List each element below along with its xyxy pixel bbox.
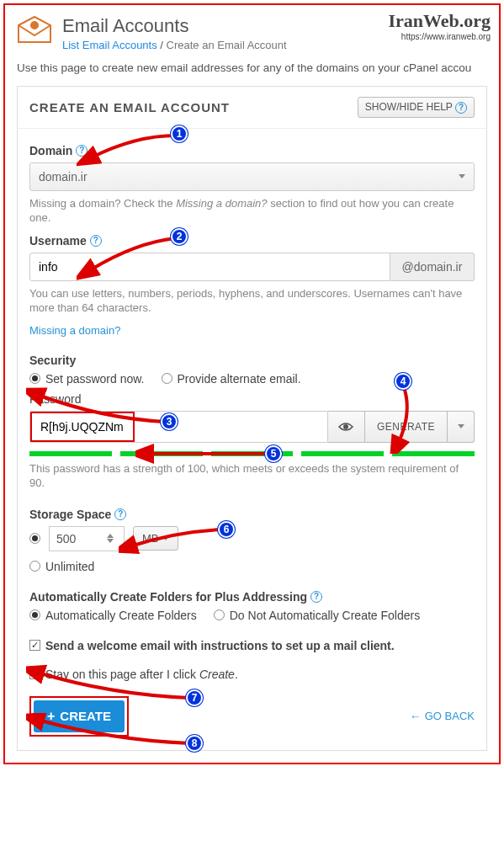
breadcrumb: List Email Accounts / Create an Email Ac… bbox=[62, 39, 287, 51]
radio-storage-unlimited[interactable]: Unlimited bbox=[29, 560, 475, 573]
radio-icon bbox=[29, 373, 40, 384]
domain-value: domain.ir bbox=[39, 170, 88, 184]
watermark: IranWeb.org https://www.iranweb.org bbox=[388, 10, 491, 41]
page-title: Email Accounts bbox=[62, 15, 287, 37]
username-label: Username bbox=[29, 234, 87, 247]
help-icon[interactable]: ? bbox=[114, 508, 126, 520]
annotation-badge-4: 4 bbox=[395, 373, 411, 390]
show-hide-help-button[interactable]: SHOW/HIDE HELP ? bbox=[358, 97, 475, 118]
radio-storage-custom[interactable] bbox=[29, 533, 40, 544]
chevron-down-icon bbox=[458, 424, 464, 428]
help-icon[interactable]: ? bbox=[76, 145, 88, 157]
password-strength-msg: This password has a strength of 100, whi… bbox=[29, 461, 475, 491]
username-domain-suffix: @domain.ir bbox=[390, 253, 475, 281]
checkbox-stay-on-page[interactable]: Stay on this page after I click Create. bbox=[29, 668, 475, 681]
watermark-title: IranWeb.org bbox=[388, 10, 491, 32]
annotation-badge-7: 7 bbox=[186, 689, 203, 706]
svg-point-0 bbox=[30, 21, 39, 29]
annotation-badge-3: 3 bbox=[161, 413, 178, 430]
radio-password-now[interactable]: Set password now. bbox=[29, 372, 145, 386]
page-description: Use this page to create new email addres… bbox=[5, 58, 499, 86]
stepper-icon[interactable] bbox=[107, 534, 117, 543]
plus-icon: + bbox=[47, 709, 55, 724]
password-field-wrap bbox=[29, 411, 328, 443]
create-highlight-box: + CREATE bbox=[29, 696, 129, 737]
breadcrumb-current: Create an Email Account bbox=[167, 39, 287, 51]
annotation-badge-5: 5 bbox=[265, 445, 282, 462]
annotation-badge-2: 2 bbox=[171, 228, 188, 245]
radio-icon bbox=[214, 609, 225, 620]
radio-no-auto-create[interactable]: Do Not Automatically Create Folders bbox=[214, 609, 420, 622]
security-label: Security bbox=[29, 354, 76, 367]
create-button[interactable]: + CREATE bbox=[34, 700, 125, 732]
password-strength-bar bbox=[29, 451, 475, 456]
generate-password-dropdown[interactable] bbox=[448, 411, 475, 443]
chevron-down-icon bbox=[162, 536, 169, 540]
storage-label: Storage Space bbox=[29, 508, 111, 521]
folders-label: Automatically Create Folders for Plus Ad… bbox=[29, 590, 307, 604]
missing-domain-link[interactable]: Missing a domain? bbox=[29, 324, 475, 337]
annotation-badge-6: 6 bbox=[218, 521, 235, 538]
arrow-left-icon: ← bbox=[410, 710, 422, 723]
password-label: Password bbox=[29, 392, 81, 406]
username-input[interactable] bbox=[29, 253, 390, 281]
username-helper: You can use letters, numbers, periods, h… bbox=[29, 286, 475, 316]
svg-point-1 bbox=[343, 424, 348, 429]
storage-unit-select[interactable]: MB bbox=[133, 526, 178, 551]
annotation-badge-8: 8 bbox=[186, 735, 203, 752]
checkbox-welcome-email[interactable]: Send a welcome email with instructions t… bbox=[29, 639, 475, 652]
help-icon: ? bbox=[455, 102, 467, 114]
create-panel: CREATE AN EMAIL ACCOUNT SHOW/HIDE HELP ?… bbox=[17, 86, 487, 751]
toggle-password-visibility-button[interactable] bbox=[328, 411, 365, 443]
radio-alternate-email[interactable]: Provide alternate email. bbox=[162, 372, 301, 386]
domain-helper: Missing a domain? Check the Missing a do… bbox=[29, 196, 475, 226]
email-accounts-icon bbox=[17, 15, 52, 46]
password-input[interactable] bbox=[32, 413, 133, 440]
chevron-down-icon bbox=[459, 174, 465, 178]
radio-auto-create[interactable]: Automatically Create Folders bbox=[29, 609, 197, 622]
password-highlight-box bbox=[30, 412, 135, 442]
eye-icon bbox=[338, 422, 353, 432]
help-icon[interactable]: ? bbox=[310, 591, 322, 603]
radio-icon bbox=[162, 373, 172, 384]
domain-label: Domain bbox=[29, 144, 72, 157]
help-icon[interactable]: ? bbox=[90, 235, 102, 247]
go-back-link[interactable]: ← GO BACK bbox=[410, 710, 475, 723]
domain-select[interactable]: domain.ir bbox=[29, 162, 475, 191]
panel-title: CREATE AN EMAIL ACCOUNT bbox=[29, 100, 230, 114]
radio-icon bbox=[29, 561, 40, 572]
storage-value-input[interactable]: 500 bbox=[49, 526, 125, 551]
checkbox-icon bbox=[29, 640, 40, 651]
watermark-url: https://www.iranweb.org bbox=[388, 32, 491, 41]
generate-password-button[interactable]: GENERATE bbox=[365, 411, 448, 443]
annotation-badge-1: 1 bbox=[171, 125, 188, 142]
breadcrumb-link[interactable]: List Email Accounts bbox=[62, 39, 157, 51]
radio-icon bbox=[29, 609, 40, 620]
checkbox-icon bbox=[29, 668, 40, 679]
